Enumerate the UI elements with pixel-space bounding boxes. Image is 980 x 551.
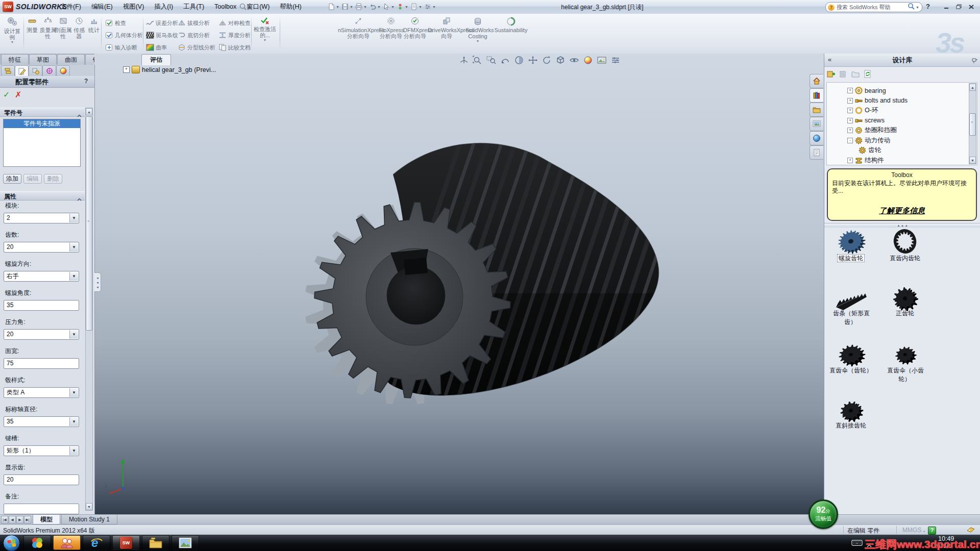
new-document-icon[interactable] [327,2,335,12]
design-library-tab[interactable] [810,88,823,103]
tree-item-动力传动[interactable]: -动力传动 [847,136,890,145]
save-dropdown-icon[interactable]: ▼ [350,5,354,9]
ribbon-undercut-button[interactable]: 底切分析 [178,30,210,40]
edit-appearance-icon[interactable] [582,55,594,65]
tab-评估[interactable]: 评估 [141,54,171,65]
toolbox-part-label[interactable]: 螺旋齿轮 [826,254,875,263]
view-orientation-icon[interactable] [458,55,470,65]
toolbox-part-spur[interactable] [884,285,926,312]
ribbon-compare-button[interactable]: 比较文档 [218,42,251,53]
file-explorer-tab[interactable] [810,103,823,117]
field-select-0[interactable]: 2▼ [4,213,79,223]
undo-dropdown-icon[interactable]: ▼ [377,5,381,9]
design-study-dropdown-icon[interactable]: ▼ [2,40,23,44]
chevron-down-icon[interactable]: ▼ [69,388,78,397]
rotate-view-icon[interactable] [541,55,553,65]
displaymanager-tab[interactable] [56,65,70,77]
tab-特征[interactable]: 特征 [1,54,29,65]
menu-文件(F)[interactable]: 文件(F) [55,0,86,13]
model-tab-Motion Study 1[interactable]: Motion Study 1 [61,515,117,524]
design-study-button[interactable]: 设计算例▼ [2,16,23,52]
toolbox-part-label[interactable]: 齿条（矩形直齿） [826,309,875,327]
toolbox-part-label[interactable]: 直齿内齿轮 [880,254,929,263]
ok-button[interactable]: ✓ [3,90,10,99]
menu-Toolbox[interactable]: Toolbox [209,0,241,13]
solidworks-taskbar-button[interactable]: SW [112,535,140,550]
print-dropdown-icon[interactable]: ▼ [363,5,368,9]
learn-more-link[interactable]: 了解更多信息 [828,206,976,216]
toolbox-part-label[interactable]: 正齿轮 [880,309,929,318]
restore-button[interactable] [953,2,964,11]
new-folder-icon[interactable] [851,69,860,79]
tree-item-O-环[interactable]: +O-环 [847,106,878,115]
tab-曲面[interactable]: 曲面 [57,54,85,65]
ribbon-statistics-button[interactable]: 统计 [88,17,100,51]
chevron-down-icon[interactable]: ▼ [69,446,78,455]
rebuild-dropdown-icon[interactable]: ▼ [405,5,409,9]
tree-item-screws[interactable]: +screws [847,116,885,126]
ribbon-measure-button[interactable]: 测量 [26,17,39,51]
file-explorer-taskbar-button[interactable] [142,535,169,550]
scroll-up-icon[interactable]: ▲ [86,108,92,115]
ribbon-zebra-button[interactable]: 斑马条纹 [146,30,178,40]
help-icon[interactable]: ? [84,78,88,85]
start-button[interactable] [3,535,20,551]
previous-view-icon[interactable] [499,55,511,65]
field-input-3[interactable]: 35 [4,300,79,311]
ribbon-import-diagnostics-button[interactable]: 输入诊断 [105,42,144,53]
tree-expand-icon[interactable]: + [847,118,853,123]
model-tab-模型[interactable]: 模型 [33,515,60,524]
check-active-document-button[interactable]: 检查激活的...▼ [254,16,276,52]
hide-show-items-icon[interactable] [568,55,580,65]
field-select-8[interactable]: 矩形（1）▼ [4,445,79,456]
gear-model[interactable] [94,54,824,516]
tab-草图[interactable]: 草图 [29,54,57,65]
field-input-9[interactable]: 20 [4,474,79,485]
print-icon[interactable] [354,2,363,12]
tree-expand-icon[interactable]: + [847,108,853,113]
button-添加[interactable]: 添加 [3,174,21,184]
new-document-dropdown-icon[interactable]: ▼ [336,5,340,9]
ribbon-dfmxpress-button[interactable]: DFMXpress分析向导 [403,17,427,52]
tree-item-垫圈和挡圈[interactable]: +垫圈和挡圈 [847,126,897,135]
chevron-down-icon[interactable]: ▼ [69,330,78,339]
propertymanager-tab[interactable] [15,65,29,77]
ribbon-symmetry-button[interactable]: 对称检查 [218,18,251,28]
units-selector[interactable]: MMGS ▴ [902,527,925,534]
toolbox-part-bevel-gear[interactable] [829,341,872,368]
chevron-down-icon[interactable]: ▼ [69,214,78,222]
section-view-icon[interactable] [513,55,525,65]
status-help-icon[interactable]: ? [928,527,936,535]
select-icon[interactable] [382,2,390,12]
featuremanager-tab[interactable] [1,65,15,77]
ribbon-section-properties-button[interactable]: 剖面属性 [54,17,72,51]
toolbox-part-internal[interactable] [884,228,926,255]
keyboard-tray-icon[interactable] [851,539,863,548]
zoom-area-icon[interactable] [485,55,498,65]
file-properties-icon[interactable] [409,2,418,12]
nav-prev-icon[interactable]: ◀ [9,516,16,523]
list-item-selected[interactable]: 零件号未指派 [4,119,80,128]
options-dropdown-icon[interactable]: ▼ [432,5,436,9]
expand-icon[interactable]: + [123,66,130,73]
app-launcher-taskbar-button[interactable] [23,535,51,550]
ribbon-curvature-button[interactable]: 曲率 [146,42,167,53]
tree-scrollbar[interactable]: ▲≡▼ [969,83,976,164]
nav-next-icon[interactable]: ▶ [16,516,23,523]
field-select-7[interactable]: 35▼ [4,416,79,427]
ribbon-simulationxpress-button[interactable]: nSimulationXpress分析向导 [338,17,379,52]
apply-scene-icon[interactable] [596,55,608,65]
file-properties-dropdown-icon[interactable]: ▼ [419,5,423,9]
menu-工具(T)[interactable]: 工具(T) [178,0,209,13]
pin-pane-icon[interactable] [971,57,978,66]
ribbon-sensor-button[interactable]: 传感器 [71,17,87,51]
search-dropdown-icon[interactable]: ▼ [916,6,920,9]
tree-expand-icon[interactable]: + [847,158,853,163]
dimxpertmanager-tab[interactable] [42,65,56,77]
graphics-area[interactable]: + helical gear_3_gb (Previ... z [94,54,824,514]
scroll-thumb[interactable]: ≡ [86,116,92,331]
search-input[interactable]: ? 搜索 SolidWorks 帮助 ▼ [825,2,922,12]
tree-item-结构件[interactable]: +结构件 [847,156,884,165]
ribbon-costing-button[interactable]: SolidWorksCosting▼ [465,17,490,52]
contacts-taskbar-button[interactable] [53,535,81,550]
